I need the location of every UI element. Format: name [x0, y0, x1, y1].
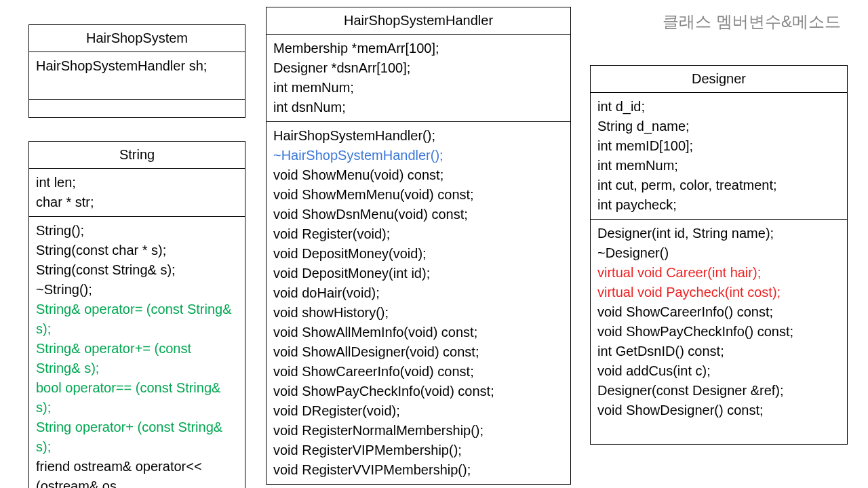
code-line: int memNum; — [597, 156, 840, 176]
code-line: Membership *memArr[100]; — [273, 39, 564, 58]
code-line: void ShowCareerInfo(void) const; — [273, 362, 564, 382]
code-line: HairShopSystemHandler sh; — [36, 56, 238, 76]
code-line: void ShowCareerInfo() const; — [597, 302, 840, 322]
code-line: void RegisterNormalMembership(); — [273, 421, 564, 441]
code-line: int memNum; — [273, 78, 564, 98]
code-line: int cut, perm, color, treatment; — [597, 176, 840, 195]
class-box-string: String int len;char * str; String();Stri… — [28, 141, 245, 488]
code-line: void showHistory(); — [273, 303, 564, 323]
code-line: String operator+ (const String& s); — [36, 418, 238, 457]
class-title: Designer — [591, 66, 847, 93]
code-line: int GetDsnID() const; — [597, 342, 840, 361]
code-line: void ShowDesigner() const; — [597, 401, 840, 420]
code-line: int d_id; — [597, 97, 840, 117]
class-methods: Designer(int id, String name);~Designer(… — [591, 220, 847, 444]
code-line: int memID[100]; — [597, 136, 840, 156]
code-line: int len; — [36, 173, 238, 192]
code-line: char * str; — [36, 192, 238, 212]
class-title: HairShopSystemHandler — [267, 7, 570, 35]
code-line: void ShowMemMenu(void) const; — [273, 185, 564, 205]
code-line: int paycheck; — [597, 195, 840, 215]
page-title: 클래스 멤버변수&메소드 — [663, 11, 841, 33]
code-line: String(); — [36, 221, 238, 241]
code-line: virtual void Paycheck(int cost); — [597, 283, 840, 302]
class-title: String — [29, 142, 245, 169]
class-methods: HairShopSystemHandler();~HairShopSystemH… — [267, 122, 570, 484]
class-box-designer: Designer int d_id;String d_name;int memI… — [590, 65, 848, 445]
class-box-handler: HairShopSystemHandler Membership *memArr… — [266, 7, 571, 485]
code-line: ~Designer() — [597, 243, 840, 263]
code-line: void DRegister(void); — [273, 401, 564, 421]
code-line: void ShowPayCheckInfo() const; — [597, 322, 840, 342]
code-line: Designer *dsnArr[100]; — [273, 58, 564, 78]
code-line: friend ostream& operator<< (ostream& os — [36, 457, 238, 488]
code-line: void DepositMoney(int id); — [273, 264, 564, 283]
code-line: void ShowAllMemInfo(void) const; — [273, 323, 564, 342]
code-line: String d_name; — [597, 117, 840, 136]
code-line: String& operator+= (const String& s); — [36, 339, 238, 378]
code-line: void Register(void); — [273, 224, 564, 244]
code-line: void ShowAllDesigner(void) const; — [273, 342, 564, 362]
code-line: String& operator= (const String& s); — [36, 300, 238, 339]
code-line: String(const char * s); — [36, 241, 238, 260]
code-line: void RegisterVVIPMembership(); — [273, 460, 564, 480]
class-box-hairshopsystem: HairShopSystem HairShopSystemHandler sh; — [28, 24, 245, 118]
code-line: void ShowDsnMenu(void) const; — [273, 205, 564, 224]
code-line: String(const String& s); — [36, 260, 238, 280]
code-line: virtual void Career(int hair); — [597, 263, 840, 283]
code-line: void DepositMoney(void); — [273, 244, 564, 264]
code-line: void RegisterVIPMembership(); — [273, 441, 564, 460]
code-line: int dsnNum; — [273, 98, 564, 117]
class-attributes: int len;char * str; — [29, 169, 245, 217]
class-methods: String();String(const char * s);String(c… — [29, 217, 245, 488]
code-line: Designer(int id, String name); — [597, 224, 840, 243]
code-line: void ShowMenu(void) const; — [273, 165, 564, 185]
code-line: Designer(const Designer &ref); — [597, 381, 840, 401]
class-attributes: int d_id;String d_name;int memID[100];in… — [591, 93, 847, 220]
code-line: bool operator== (const String& s); — [36, 378, 238, 418]
code-line: ~String(); — [36, 280, 238, 300]
class-methods — [29, 100, 245, 117]
class-attributes: Membership *memArr[100];Designer *dsnArr… — [267, 35, 570, 122]
class-attributes: HairShopSystemHandler sh; — [29, 52, 245, 100]
code-line: void addCus(int c); — [597, 361, 840, 381]
class-title: HairShopSystem — [29, 25, 245, 52]
code-line: void ShowPayCheckInfo(void) const; — [273, 382, 564, 401]
code-line — [597, 420, 840, 440]
code-line: ~HairShopSystemHandler(); — [273, 146, 564, 165]
code-line: HairShopSystemHandler(); — [273, 126, 564, 146]
code-line: void doHair(void); — [273, 283, 564, 303]
